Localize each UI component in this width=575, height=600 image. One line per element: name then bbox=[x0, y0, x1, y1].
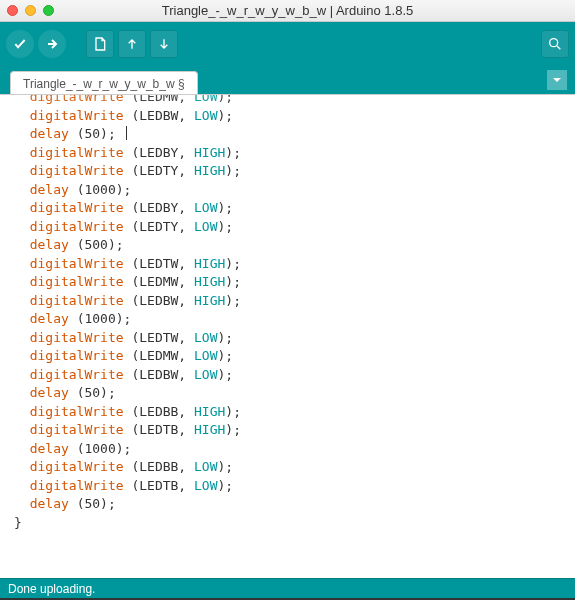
code-line: delay (1000); bbox=[14, 310, 561, 329]
code-line: delay (1000); bbox=[14, 181, 561, 200]
status-bar: Done uploading. bbox=[0, 578, 575, 598]
tab-menu-button[interactable] bbox=[547, 70, 567, 90]
open-button[interactable] bbox=[118, 30, 146, 58]
tabbar: Triangle_-_w_r_w_y_w_b_w § bbox=[0, 66, 575, 94]
code-line: delay (50); bbox=[14, 384, 561, 403]
code-line: digitalWrite (LEDMW, HIGH); bbox=[14, 273, 561, 292]
arrow-right-icon bbox=[44, 36, 60, 52]
code-line: delay (50); bbox=[14, 495, 561, 514]
titlebar: Triangle_-_w_r_w_y_w_b_w | Arduino 1.8.5 bbox=[0, 0, 575, 22]
code-line: digitalWrite (LEDTB, HIGH); bbox=[14, 421, 561, 440]
code-line: digitalWrite (LEDBW, LOW); bbox=[14, 107, 561, 126]
code-editor[interactable]: digitalWrite (LEDMW, LOW); digitalWrite … bbox=[0, 95, 575, 572]
code-line: digitalWrite (LEDBB, HIGH); bbox=[14, 403, 561, 422]
code-line: delay (50); bbox=[14, 125, 561, 144]
chevron-down-icon bbox=[552, 75, 562, 85]
check-icon bbox=[12, 36, 28, 52]
serial-monitor-button[interactable] bbox=[541, 30, 569, 58]
status-text: Done uploading. bbox=[8, 582, 95, 596]
code-line: delay (1000); bbox=[14, 440, 561, 459]
code-line: digitalWrite (LEDBY, LOW); bbox=[14, 199, 561, 218]
save-button[interactable] bbox=[150, 30, 178, 58]
code-line: digitalWrite (LEDBB, LOW); bbox=[14, 458, 561, 477]
code-line: } bbox=[14, 514, 561, 533]
code-line: digitalWrite (LEDBY, HIGH); bbox=[14, 144, 561, 163]
minimize-icon[interactable] bbox=[25, 5, 36, 16]
sketch-tab[interactable]: Triangle_-_w_r_w_y_w_b_w § bbox=[10, 71, 198, 95]
code-line: digitalWrite (LEDBW, HIGH); bbox=[14, 292, 561, 311]
code-line: digitalWrite (LEDBW, LOW); bbox=[14, 366, 561, 385]
code-line: digitalWrite (LEDTY, LOW); bbox=[14, 218, 561, 237]
maximize-icon[interactable] bbox=[43, 5, 54, 16]
editor-area: digitalWrite (LEDMW, LOW); digitalWrite … bbox=[0, 94, 575, 572]
code-line: digitalWrite (LEDTY, HIGH); bbox=[14, 162, 561, 181]
code-line: delay (500); bbox=[14, 236, 561, 255]
file-icon bbox=[92, 36, 108, 52]
window-title: Triangle_-_w_r_w_y_w_b_w | Arduino 1.8.5 bbox=[0, 3, 575, 18]
code-line: digitalWrite (LEDMW, LOW); bbox=[14, 347, 561, 366]
code-line: digitalWrite (LEDMW, LOW); bbox=[14, 95, 561, 107]
new-button[interactable] bbox=[86, 30, 114, 58]
toolbar bbox=[0, 22, 575, 66]
window-controls bbox=[7, 5, 54, 16]
magnifier-icon bbox=[547, 36, 563, 52]
upload-button[interactable] bbox=[38, 30, 66, 58]
arrow-down-icon bbox=[156, 36, 172, 52]
text-cursor bbox=[126, 126, 127, 140]
close-icon[interactable] bbox=[7, 5, 18, 16]
code-line: digitalWrite (LEDTW, HIGH); bbox=[14, 255, 561, 274]
code-line: digitalWrite (LEDTW, LOW); bbox=[14, 329, 561, 348]
svg-point-0 bbox=[550, 39, 558, 47]
verify-button[interactable] bbox=[6, 30, 34, 58]
arrow-up-icon bbox=[124, 36, 140, 52]
code-line: digitalWrite (LEDTB, LOW); bbox=[14, 477, 561, 496]
